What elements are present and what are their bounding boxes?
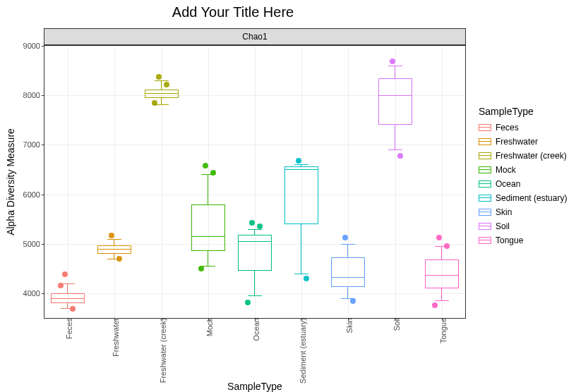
legend-label: Feces — [496, 123, 519, 133]
data-point — [390, 59, 395, 64]
legend-key — [479, 193, 491, 203]
legend-key — [479, 165, 491, 175]
x-tick-label: Mock — [203, 318, 214, 336]
x-tick-label: Ocean — [249, 318, 260, 341]
legend-item: Ocean — [479, 179, 567, 189]
data-point — [62, 271, 68, 277]
plot-panel: 400050006000700080009000FecesFreshwaterF… — [44, 45, 466, 319]
data-point — [198, 266, 204, 271]
box — [378, 78, 412, 125]
legend-label: Tongue — [496, 235, 523, 245]
median-line — [331, 277, 365, 278]
median-line — [51, 298, 85, 299]
data-point — [70, 306, 76, 312]
median-line — [378, 95, 412, 96]
data-point — [397, 153, 403, 159]
x-tick-label: Feces — [62, 318, 73, 339]
median-line — [284, 169, 318, 170]
x-tick-label: Sediment (estuary) — [296, 318, 307, 384]
legend-key — [479, 221, 491, 231]
data-point — [436, 235, 442, 240]
box — [145, 90, 179, 98]
legend-key — [479, 207, 491, 217]
chart-title: Add Your Title Here — [0, 4, 466, 20]
data-point — [444, 243, 450, 249]
boxplot — [284, 46, 318, 318]
box — [284, 166, 318, 223]
x-axis-label: SampleType — [44, 381, 466, 392]
box — [238, 235, 272, 271]
data-point — [210, 170, 216, 176]
median-line — [238, 241, 272, 242]
data-point — [245, 300, 251, 305]
legend-label: Ocean — [496, 179, 520, 189]
legend-title: SampleType — [479, 106, 567, 117]
boxplot — [97, 46, 131, 318]
facet-label: Chao1 — [242, 32, 267, 42]
box — [97, 245, 131, 254]
boxplot — [331, 46, 365, 318]
data-point — [152, 100, 157, 106]
median-line — [145, 93, 179, 94]
boxplot — [191, 46, 225, 318]
legend-item: Freshwater — [479, 137, 567, 147]
data-point — [164, 82, 169, 87]
x-tick-label: Soil — [390, 318, 401, 331]
x-tick-label: Freshwater (creek) — [156, 318, 167, 383]
boxplot — [378, 46, 412, 318]
data-point — [203, 163, 208, 169]
legend-label: Freshwater — [496, 137, 538, 147]
box — [425, 259, 459, 288]
data-point — [432, 302, 438, 308]
box — [331, 257, 365, 287]
box — [191, 204, 225, 252]
median-line — [425, 275, 459, 276]
data-point — [342, 235, 348, 240]
legend-label: Skin — [496, 207, 512, 217]
legend-item: Tongue — [479, 235, 567, 245]
data-point — [296, 158, 301, 164]
legend-label: Freshwater (creek) — [496, 151, 567, 161]
data-point — [249, 220, 255, 226]
legend-item: Sediment (estuary) — [479, 193, 567, 203]
data-point — [58, 283, 64, 288]
legend-key — [479, 235, 491, 245]
boxplot — [425, 46, 459, 318]
data-point — [116, 256, 122, 262]
legend-label: Mock — [496, 165, 516, 175]
median-line — [191, 236, 225, 237]
data-point — [156, 74, 162, 80]
legend-item: Freshwater (creek) — [479, 151, 567, 161]
data-point — [109, 233, 114, 238]
x-tick-label: Tongue — [436, 318, 448, 343]
legend-label: Sediment (estuary) — [496, 193, 567, 203]
legend-item: Mock — [479, 165, 567, 175]
x-tick-label: Freshwater — [109, 318, 120, 357]
legend: SampleType FecesFreshwaterFreshwater (cr… — [479, 106, 567, 250]
boxplot — [145, 46, 179, 318]
boxplot — [238, 46, 272, 318]
y-axis-label: Alpha Diversity Measure — [4, 45, 17, 319]
data-point — [304, 276, 309, 281]
legend-item: Feces — [479, 123, 567, 133]
data-point — [350, 298, 356, 304]
legend-key — [479, 137, 491, 147]
legend-item: Soil — [479, 221, 567, 231]
legend-label: Soil — [496, 221, 510, 231]
legend-key — [479, 123, 491, 133]
median-line — [97, 249, 131, 250]
data-point — [257, 223, 263, 229]
boxplot — [51, 46, 85, 318]
legend-item: Skin — [479, 207, 567, 217]
legend-key — [479, 179, 491, 189]
x-tick-label: Skin — [342, 318, 354, 333]
facet-strip: Chao1 — [44, 28, 466, 45]
legend-key — [479, 151, 491, 161]
